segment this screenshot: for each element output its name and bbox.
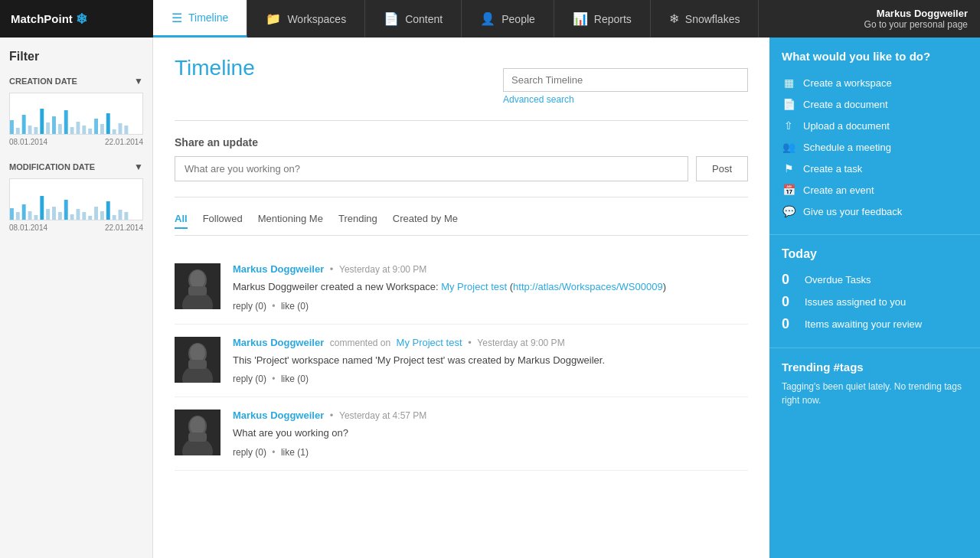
people-icon: 👤 <box>480 11 495 26</box>
tags-title: Trending #tags <box>782 361 968 374</box>
filter-creation-date: CREATION DATE ▼ <box>9 76 143 146</box>
today-overdue-tasks[interactable]: 0 Overdue Tasks <box>782 269 968 291</box>
action-schedule-meeting[interactable]: 👥 Schedule a meeting <box>782 136 968 158</box>
reply-link-1[interactable]: reply (0) <box>233 301 266 312</box>
workspace-icon: ▦ <box>782 76 795 90</box>
divider-1 <box>175 120 748 121</box>
task-icon: ⚑ <box>782 162 795 175</box>
action-create-event[interactable]: 📅 Create an event <box>782 179 968 201</box>
creation-date-range: 08.01.2014 22.01.2014 <box>9 138 143 146</box>
app-logo[interactable]: MatchPoint ❄ <box>0 0 153 38</box>
share-row: Post <box>175 156 748 181</box>
svg-rect-32 <box>82 212 86 220</box>
svg-rect-37 <box>113 215 116 220</box>
svg-rect-17 <box>113 129 116 135</box>
reply-link-3[interactable]: reply (0) <box>233 447 266 458</box>
action-upload-document[interactable]: ⇧ Upload a document <box>782 115 968 136</box>
feed-header: Markus Doggweiler commented on My Projec… <box>233 337 748 348</box>
feed-actions: reply (0) • like (1) <box>233 447 748 458</box>
modification-date-range: 08.01.2014 22.01.2014 <box>9 224 143 232</box>
action-give-feedback[interactable]: 💬 Give us your feedback <box>782 201 968 222</box>
svg-rect-49 <box>188 360 207 369</box>
feed-url-link[interactable]: http://atlas/Workspaces/WS00009 <box>513 281 663 292</box>
like-link-1[interactable]: like (0) <box>281 301 309 312</box>
user-subtitle: Go to your personal page <box>854 19 968 30</box>
username: Markus Doggweiler <box>854 8 968 19</box>
svg-rect-29 <box>64 200 68 220</box>
tab-mentioning-me[interactable]: Mentioning Me <box>258 213 323 229</box>
svg-rect-15 <box>100 124 104 135</box>
post-button[interactable]: Post <box>696 156 748 181</box>
svg-rect-22 <box>22 204 26 220</box>
action-create-document[interactable]: 📄 Create a document <box>782 93 968 115</box>
svg-rect-1 <box>16 128 20 135</box>
creation-date-label[interactable]: CREATION DATE ▼ <box>9 76 143 86</box>
nav-snowflakes[interactable]: ❄ Snowflakes <box>651 0 760 38</box>
feed-author[interactable]: Markus Doggweiler <box>233 410 324 421</box>
feed-time: Yesterday at 9:00 PM <box>339 264 426 275</box>
avatar <box>175 263 220 309</box>
svg-rect-3 <box>28 126 32 135</box>
feed-item: Markus Doggweiler commented on My Projec… <box>175 325 748 398</box>
nav-workspaces[interactable]: 📁 Workspaces <box>247 0 365 38</box>
advanced-search-link[interactable]: Advanced search <box>503 94 574 105</box>
tab-followed[interactable]: Followed <box>203 213 243 229</box>
divider-2 <box>175 197 748 197</box>
feed-time: Yesterday at 4:57 PM <box>339 410 426 421</box>
svg-rect-14 <box>94 119 98 135</box>
feed-content: Markus Doggweiler • Yesterday at 9:00 PM… <box>233 263 748 312</box>
user-info[interactable]: Markus Doggweiler Go to your personal pa… <box>842 0 980 38</box>
action-create-workspace[interactable]: ▦ Create a workspace <box>782 72 968 93</box>
tab-all[interactable]: All <box>175 213 188 229</box>
svg-rect-27 <box>52 207 56 220</box>
upload-icon: ⇧ <box>782 119 795 132</box>
feed-author[interactable]: Markus Doggweiler <box>233 263 324 275</box>
svg-rect-23 <box>28 211 32 220</box>
main-layout: Filter CREATION DATE ▼ <box>0 38 980 558</box>
snowflakes-icon: ❄ <box>669 11 679 26</box>
svg-rect-34 <box>94 207 98 220</box>
svg-rect-26 <box>46 209 50 220</box>
feed-author[interactable]: Markus Doggweiler <box>233 337 324 348</box>
feed-text: What are you working on? <box>233 426 748 441</box>
sidebar-title: Filter <box>9 50 143 64</box>
svg-rect-38 <box>119 210 122 220</box>
like-link-2[interactable]: like (0) <box>281 374 309 384</box>
reply-link-2[interactable]: reply (0) <box>233 374 266 384</box>
like-link-3[interactable]: like (1) <box>281 447 309 458</box>
svg-rect-54 <box>188 432 207 442</box>
svg-rect-20 <box>10 208 14 220</box>
nav-reports[interactable]: 📊 Reports <box>554 0 651 38</box>
feed-link[interactable]: My Project test <box>441 281 507 292</box>
tab-trending[interactable]: Trending <box>338 213 377 229</box>
nav-people[interactable]: 👤 People <box>462 0 554 38</box>
filter-tabs: All Followed Mentioning Me Trending Crea… <box>175 213 748 236</box>
tab-created-by-me[interactable]: Created by Me <box>393 213 458 229</box>
feed-link-2[interactable]: My Project test <box>397 337 462 348</box>
today-items-awaiting[interactable]: 0 Items awaiting your review <box>782 313 968 335</box>
avatar-image <box>175 263 220 309</box>
creation-date-chart[interactable] <box>9 93 143 135</box>
search-area: Advanced search <box>503 68 748 105</box>
modification-date-chart[interactable] <box>9 178 143 220</box>
today-section: Today 0 Overdue Tasks 0 Issues assigned … <box>769 235 980 348</box>
svg-rect-25 <box>40 196 44 220</box>
tags-text: Tagging's been quiet lately. No trending… <box>782 380 968 407</box>
svg-rect-35 <box>100 211 104 220</box>
avatar <box>175 410 220 455</box>
avatar-image <box>175 337 220 383</box>
nav-content[interactable]: 📄 Content <box>365 0 462 38</box>
svg-rect-19 <box>124 126 128 135</box>
share-input[interactable] <box>175 156 688 181</box>
action-create-task[interactable]: ⚑ Create a task <box>782 158 968 179</box>
modification-date-label[interactable]: MODIFICATION DATE ▼ <box>9 162 143 172</box>
content-icon: 📄 <box>384 11 399 26</box>
search-input[interactable] <box>503 68 748 92</box>
creation-date-bars <box>10 93 142 135</box>
nav-timeline[interactable]: ☰ Timeline <box>153 0 247 38</box>
feed-header: Markus Doggweiler • Yesterday at 9:00 PM <box>233 263 748 275</box>
svg-rect-4 <box>34 127 38 135</box>
avatar <box>175 337 220 383</box>
today-issues-assigned[interactable]: 0 Issues assigned to you <box>782 291 968 313</box>
what-to-do-title: What would you like to do? <box>782 50 968 63</box>
